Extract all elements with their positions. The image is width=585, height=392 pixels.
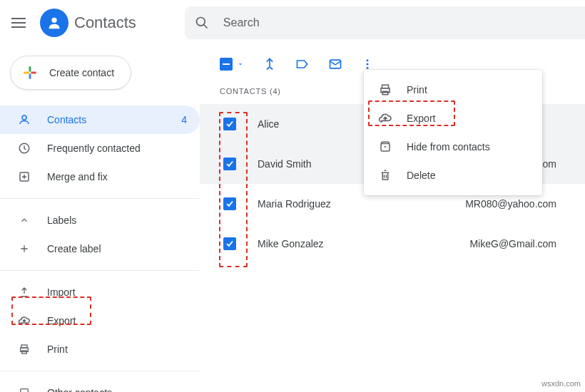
indeterminate-checkbox-icon xyxy=(220,58,233,71)
divider xyxy=(0,270,200,271)
merge-icon xyxy=(17,170,31,183)
row-checkbox[interactable] xyxy=(223,158,236,170)
person-icon xyxy=(17,113,31,126)
more-actions-button[interactable] xyxy=(361,58,374,71)
create-contact-label: Create contact xyxy=(49,67,114,78)
sidebar-item-contacts[interactable]: Contacts 4 xyxy=(0,105,200,134)
plus-multicolor-icon xyxy=(21,63,39,82)
merge-arrow-icon xyxy=(263,57,277,71)
svg-point-3 xyxy=(22,115,26,120)
sidebar-create-label[interactable]: Create label xyxy=(0,234,200,263)
sidebar-print-label: Print xyxy=(47,344,68,355)
email-action-button[interactable] xyxy=(328,57,342,71)
more-vert-icon xyxy=(361,58,374,71)
svg-line-2 xyxy=(203,25,207,29)
row-checkbox[interactable] xyxy=(223,237,236,250)
svg-point-12 xyxy=(367,63,369,66)
contact-email: MR080@yahoo.com xyxy=(465,198,556,210)
check-icon xyxy=(225,159,235,169)
menu-item-export[interactable]: Export xyxy=(364,104,542,133)
divider xyxy=(0,198,200,199)
contact-email: om xyxy=(543,158,556,170)
cloud-upload-icon xyxy=(378,111,392,125)
contact-name: Maria Rodriguez xyxy=(258,198,429,210)
create-contact-button[interactable]: Create contact xyxy=(10,56,131,90)
archive-icon xyxy=(17,387,31,392)
menu-item-delete[interactable]: Delete xyxy=(364,161,542,190)
sidebar-item-label: Frequently contacted xyxy=(47,143,141,154)
app-logo: Contacts xyxy=(40,9,136,37)
svg-point-11 xyxy=(367,59,369,61)
menu-item-label: Export xyxy=(407,113,435,124)
app-title: Contacts xyxy=(74,14,136,32)
label-icon xyxy=(295,57,310,71)
main-menu-button[interactable] xyxy=(1,18,36,28)
sidebar-other-label: Other contacts xyxy=(47,387,112,392)
select-all-toggle[interactable] xyxy=(220,58,244,71)
svg-point-1 xyxy=(196,18,205,26)
row-checkbox[interactable] xyxy=(223,197,236,210)
check-icon xyxy=(225,119,235,129)
merge-action-button[interactable] xyxy=(263,57,277,71)
check-icon xyxy=(225,199,235,209)
sidebar-print[interactable]: Print xyxy=(0,335,200,363)
upload-icon xyxy=(17,287,31,298)
sidebar-item-frequent[interactable]: Frequently contacted xyxy=(0,134,200,163)
sidebar: Create contact Contacts 4 Frequently con… xyxy=(0,46,200,392)
archive-icon xyxy=(378,140,392,153)
cloud-upload-icon xyxy=(17,314,31,327)
sidebar-export-label: Export xyxy=(47,315,76,326)
label-action-button[interactable] xyxy=(295,57,310,71)
sidebar-item-label: Contacts xyxy=(47,114,86,125)
row-checkbox[interactable] xyxy=(223,118,236,130)
search-input[interactable]: Search xyxy=(185,6,585,39)
create-label-text: Create label xyxy=(47,243,101,254)
sidebar-item-merge[interactable]: Merge and fix xyxy=(0,163,200,191)
watermark: wsxdn.com xyxy=(541,379,581,388)
menu-item-label: Print xyxy=(407,84,427,96)
check-icon xyxy=(225,239,235,249)
contact-email: MikeG@Gmail.com xyxy=(469,238,556,249)
search-icon xyxy=(195,16,209,30)
more-actions-menu: Print Export Hide from contacts Delete xyxy=(364,70,542,195)
sidebar-import[interactable]: Import xyxy=(0,278,200,306)
sidebar-item-label: Merge and fix xyxy=(47,171,108,182)
table-row[interactable]: Mike Gonzalez MikeG@Gmail.com xyxy=(200,224,585,264)
menu-item-print[interactable]: Print xyxy=(364,76,542,104)
app-header: Contacts Search xyxy=(0,0,585,46)
svg-point-0 xyxy=(51,18,56,23)
svg-point-13 xyxy=(367,67,369,69)
sidebar-import-label: Import xyxy=(47,287,76,298)
labels-header-text: Labels xyxy=(47,215,76,226)
menu-item-hide[interactable]: Hide from contacts xyxy=(364,133,542,161)
envelope-icon xyxy=(328,57,342,71)
print-icon xyxy=(17,344,31,355)
dropdown-arrow-icon xyxy=(237,61,244,68)
sidebar-export[interactable]: Export xyxy=(0,306,200,335)
sidebar-labels-header[interactable]: Labels xyxy=(0,206,200,234)
contact-name: Mike Gonzalez xyxy=(258,238,429,249)
history-icon xyxy=(17,142,31,155)
print-icon xyxy=(378,83,392,96)
search-placeholder: Search xyxy=(223,16,260,29)
sidebar-item-count: 4 xyxy=(181,114,187,125)
hamburger-icon xyxy=(11,18,26,28)
menu-item-label: Delete xyxy=(407,170,435,181)
plus-icon xyxy=(17,243,31,254)
trash-icon xyxy=(378,169,392,182)
svg-rect-9 xyxy=(21,389,29,392)
chevron-up-icon xyxy=(17,215,31,225)
divider xyxy=(0,371,200,371)
sidebar-other-contacts[interactable]: Other contacts xyxy=(0,378,200,392)
contacts-logo-icon xyxy=(40,9,68,37)
menu-item-label: Hide from contacts xyxy=(407,141,490,153)
